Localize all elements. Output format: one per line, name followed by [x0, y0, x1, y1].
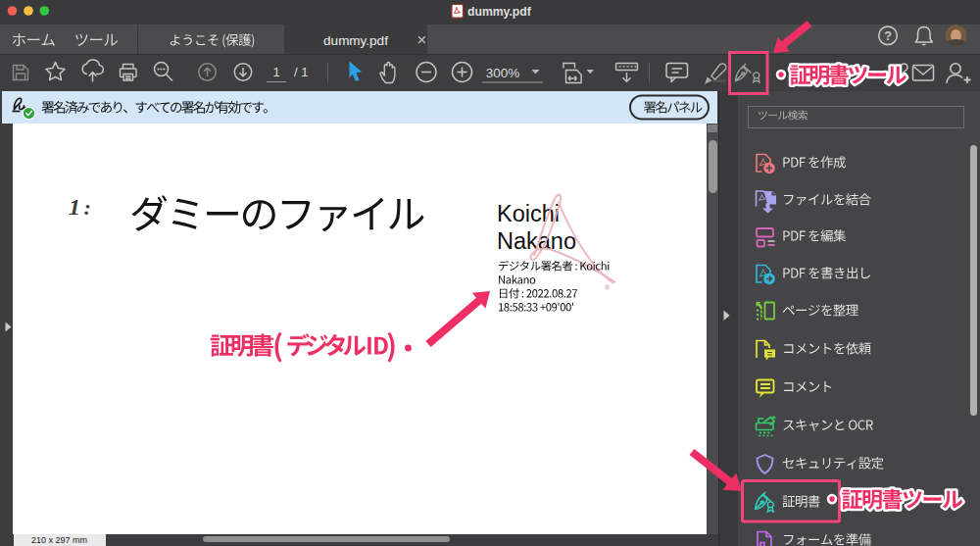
svg-text:/ 1: / 1	[294, 65, 308, 79]
svg-text::: :	[84, 195, 91, 220]
svg-text:Koichi: Koichi	[497, 201, 560, 226]
svg-text:210 x 297 mm: 210 x 297 mm	[31, 535, 87, 545]
svg-text:300%: 300%	[486, 66, 520, 80]
svg-text:1: 1	[272, 65, 279, 79]
svg-text:dummy.pdf: dummy.pdf	[323, 33, 388, 48]
svg-text:?: ?	[884, 29, 892, 43]
svg-text:®: ®	[605, 284, 611, 291]
svg-text:dummy.pdf: dummy.pdf	[467, 5, 532, 19]
svg-text:1: 1	[69, 194, 80, 220]
